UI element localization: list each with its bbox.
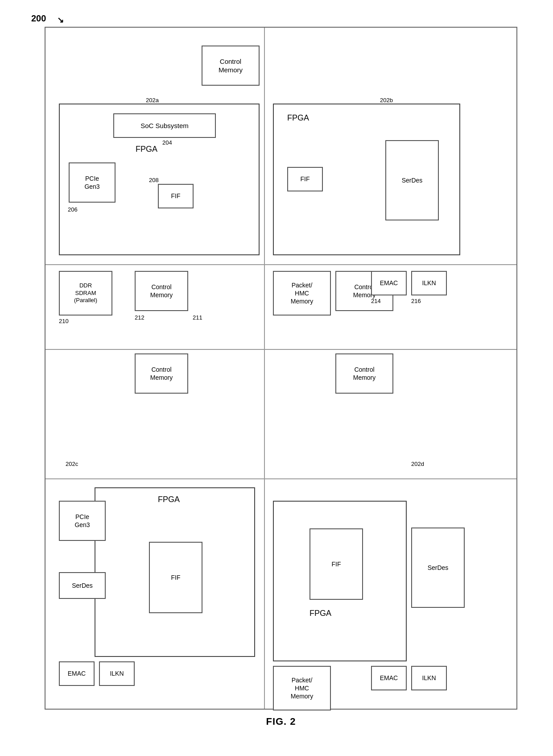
ref-206: 206	[68, 206, 78, 213]
ref-211: 211	[193, 314, 202, 321]
ref-216: 216	[411, 298, 421, 304]
fpga-top-left-label: FPGA	[136, 145, 157, 154]
fif-br: FIF	[310, 528, 363, 600]
ilkn-bl: ILKN	[99, 661, 135, 686]
ilkn-tr: ILKN	[411, 271, 447, 295]
vline-center	[264, 28, 265, 709]
ref-202c: 202c	[66, 461, 78, 467]
emac-bl: EMAC	[59, 661, 95, 686]
ref-204: 204	[162, 139, 172, 146]
ddr-sdram-box: DDRSDRAM(Parallel)	[59, 271, 112, 316]
fpga-bot-right-box: FPGA FIF	[273, 501, 407, 661]
ref-212: 212	[135, 314, 144, 321]
soc-subsystem-box: SoC Subsystem	[113, 113, 216, 138]
pcie-gen3-tl: PCIeGen3	[69, 162, 116, 203]
control-memory-mid-right-bot: ControlMemory	[335, 353, 393, 394]
control-memory-mid-left-bot: ControlMemory	[135, 353, 188, 394]
fpga-top-left-box: SoC Subsystem 204 FPGA PCIeGen3 206 208 …	[59, 104, 260, 255]
ref-214: 214	[371, 298, 381, 304]
diagram-id: 200	[31, 13, 46, 24]
serdes-bl: SerDes	[59, 572, 106, 599]
fif-tr: FIF	[287, 167, 323, 191]
control-memory-top: ControlMemory	[202, 46, 260, 86]
emac-tr: EMAC	[371, 271, 407, 295]
ref-208: 208	[149, 177, 159, 183]
fpga-bot-left-box: FPGA FIF	[95, 487, 255, 657]
fpga-top-right-box: FPGA FIF SerDes	[273, 104, 460, 255]
fif-bl: FIF	[149, 542, 202, 613]
diagram-container: 200 ↘ ControlMemory 202a SoC Subsystem 2…	[27, 9, 535, 732]
serdes-tr: SerDes	[385, 140, 439, 220]
packet-hmc-top: Packet/HMCMemory	[273, 271, 331, 316]
diagram-arrow: ↘	[57, 15, 64, 25]
serdes-br: SerDes	[411, 528, 465, 608]
ilkn-br: ILKN	[411, 666, 447, 690]
control-memory-mid-left-top: ControlMemory	[135, 271, 188, 311]
ref-202b: 202b	[380, 97, 393, 104]
ref-202d: 202d	[411, 461, 424, 467]
fif-tl: FIF	[158, 184, 194, 208]
pcie-gen3-bl: PCIeGen3	[59, 501, 106, 541]
ref-210: 210	[59, 318, 69, 324]
hline-mid	[45, 349, 516, 350]
fpga-bot-left-label: FPGA	[158, 495, 180, 504]
packet-hmc-bot: Packet/HMCMemory	[273, 666, 331, 710]
fpga-bot-right-label: FPGA	[310, 609, 331, 618]
outer-border: ControlMemory 202a SoC Subsystem 204 FPG…	[45, 27, 517, 710]
fpga-top-right-label: FPGA	[287, 113, 309, 123]
emac-br: EMAC	[371, 666, 407, 690]
hline-bot	[45, 478, 516, 479]
fig-label: FIG. 2	[266, 716, 296, 727]
hline-top	[45, 264, 516, 265]
ref-202a: 202a	[146, 97, 159, 104]
